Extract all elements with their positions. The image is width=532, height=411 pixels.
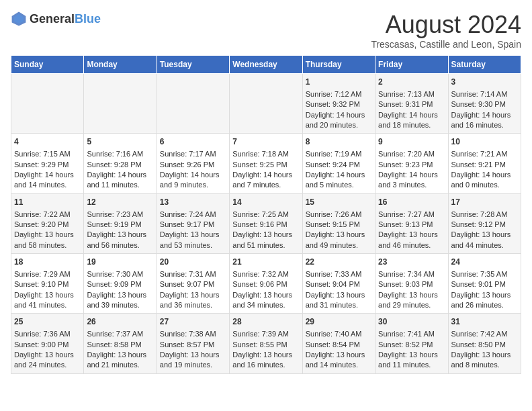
logo-blue: Blue (75, 12, 101, 26)
day-info: Daylight: 13 hours and 41 minutes. (14, 290, 81, 311)
day-info: Sunrise: 7:42 AM (451, 329, 518, 339)
day-info: Sunrise: 7:36 AM (14, 329, 81, 339)
day-info: Daylight: 13 hours and 24 minutes. (14, 350, 81, 371)
calendar-cell: 21Sunrise: 7:32 AMSunset: 9:06 PMDayligh… (230, 254, 302, 314)
day-info: Sunrise: 7:26 AM (306, 210, 372, 220)
day-info: Daylight: 13 hours and 49 minutes. (306, 230, 372, 250)
day-info: Daylight: 14 hours and 5 minutes. (306, 170, 372, 191)
day-info: Sunrise: 7:15 AM (14, 149, 81, 159)
day-info: Sunset: 9:04 PM (306, 279, 372, 289)
calendar-cell: 29Sunrise: 7:40 AMSunset: 8:54 PMDayligh… (302, 314, 375, 373)
day-info: Daylight: 13 hours and 8 minutes. (451, 350, 518, 371)
day-number: 10 (451, 136, 518, 148)
day-number: 14 (232, 197, 299, 208)
day-info: Sunset: 9:29 PM (14, 160, 81, 170)
calendar-cell: 23Sunrise: 7:34 AMSunset: 9:03 PMDayligh… (375, 254, 448, 314)
day-info: Daylight: 13 hours and 56 minutes. (87, 230, 153, 250)
day-info: Daylight: 13 hours and 44 minutes. (451, 230, 518, 250)
day-info: Sunset: 9:15 PM (306, 220, 372, 230)
calendar-title: August 2024 (371, 11, 521, 39)
day-info: Sunset: 9:01 PM (451, 279, 518, 289)
calendar-week-row: 18Sunrise: 7:29 AMSunset: 9:10 PMDayligh… (11, 254, 521, 314)
calendar-cell: 27Sunrise: 7:38 AMSunset: 8:57 PMDayligh… (157, 314, 229, 373)
calendar-cell: 12Sunrise: 7:23 AMSunset: 9:19 PMDayligh… (84, 193, 157, 253)
day-header-friday: Friday (375, 56, 448, 74)
day-info: Daylight: 13 hours and 31 minutes. (306, 290, 372, 311)
day-info: Sunset: 9:28 PM (87, 160, 153, 170)
calendar-cell: 2Sunrise: 7:13 AMSunset: 9:31 PMDaylight… (375, 74, 448, 134)
day-info: Sunrise: 7:37 AM (87, 329, 153, 339)
day-info: Sunset: 8:58 PM (87, 340, 153, 350)
day-number: 2 (378, 77, 445, 88)
calendar-cell: 11Sunrise: 7:22 AMSunset: 9:20 PMDayligh… (11, 193, 84, 253)
day-number: 12 (87, 197, 153, 208)
calendar-week-row: 25Sunrise: 7:36 AMSunset: 9:00 PMDayligh… (11, 314, 521, 373)
day-info: Sunrise: 7:16 AM (87, 149, 153, 159)
day-info: Sunrise: 7:41 AM (378, 329, 445, 339)
day-info: Sunset: 8:57 PM (160, 340, 226, 350)
day-info: Daylight: 13 hours and 36 minutes. (160, 290, 226, 311)
day-info: Sunrise: 7:14 AM (451, 89, 518, 99)
day-info: Sunrise: 7:23 AM (87, 210, 153, 220)
calendar-cell: 13Sunrise: 7:24 AMSunset: 9:17 PMDayligh… (157, 193, 229, 253)
day-info: Sunset: 9:23 PM (378, 160, 445, 170)
day-number: 28 (232, 316, 299, 328)
day-number: 18 (14, 257, 81, 268)
day-info: Sunrise: 7:24 AM (160, 210, 226, 220)
day-info: Sunrise: 7:20 AM (378, 149, 445, 159)
calendar-cell: 18Sunrise: 7:29 AMSunset: 9:10 PMDayligh… (11, 254, 84, 314)
calendar-cell: 14Sunrise: 7:25 AMSunset: 9:16 PMDayligh… (230, 193, 302, 253)
calendar-cell: 5Sunrise: 7:16 AMSunset: 9:28 PMDaylight… (84, 134, 157, 193)
day-info: Sunrise: 7:31 AM (160, 269, 226, 279)
day-info: Daylight: 14 hours and 18 minutes. (378, 110, 445, 131)
day-number: 31 (451, 316, 518, 328)
day-info: Daylight: 13 hours and 29 minutes. (378, 290, 445, 311)
calendar-cell: 28Sunrise: 7:39 AMSunset: 8:55 PMDayligh… (230, 314, 302, 373)
calendar-subtitle: Trescasas, Castille and Leon, Spain (371, 39, 521, 50)
day-info: Sunrise: 7:32 AM (232, 269, 299, 279)
day-number: 4 (14, 136, 81, 148)
calendar-cell: 15Sunrise: 7:26 AMSunset: 9:15 PMDayligh… (302, 193, 375, 253)
calendar-cell: 20Sunrise: 7:31 AMSunset: 9:07 PMDayligh… (157, 254, 229, 314)
calendar-cell: 19Sunrise: 7:30 AMSunset: 9:09 PMDayligh… (84, 254, 157, 314)
day-info: Daylight: 13 hours and 21 minutes. (87, 350, 153, 371)
day-number: 11 (14, 197, 81, 208)
day-number: 24 (451, 257, 518, 268)
day-info: Sunset: 9:31 PM (378, 99, 445, 109)
calendar-week-row: 11Sunrise: 7:22 AMSunset: 9:20 PMDayligh… (11, 193, 521, 253)
calendar-cell: 26Sunrise: 7:37 AMSunset: 8:58 PMDayligh… (84, 314, 157, 373)
day-info: Sunset: 9:10 PM (14, 279, 81, 289)
day-info: Sunrise: 7:29 AM (14, 269, 81, 279)
day-number: 30 (378, 316, 445, 328)
day-info: Sunset: 9:24 PM (306, 160, 372, 170)
day-info: Sunset: 9:03 PM (378, 279, 445, 289)
day-info: Daylight: 13 hours and 19 minutes. (160, 350, 226, 371)
calendar-cell: 4Sunrise: 7:15 AMSunset: 9:29 PMDaylight… (11, 134, 84, 193)
day-header-saturday: Saturday (448, 56, 521, 74)
day-number: 6 (160, 136, 226, 148)
day-info: Daylight: 13 hours and 58 minutes. (14, 230, 81, 250)
day-info: Daylight: 13 hours and 51 minutes. (232, 230, 299, 250)
day-info: Sunrise: 7:35 AM (451, 269, 518, 279)
day-number: 15 (306, 197, 372, 208)
day-info: Daylight: 14 hours and 16 minutes. (451, 110, 518, 131)
day-info: Sunrise: 7:12 AM (306, 89, 372, 99)
day-header-wednesday: Wednesday (230, 56, 302, 74)
day-number: 20 (160, 257, 226, 268)
day-info: Sunrise: 7:21 AM (451, 149, 518, 159)
calendar-cell: 6Sunrise: 7:17 AMSunset: 9:26 PMDaylight… (157, 134, 229, 193)
day-number: 22 (306, 257, 372, 268)
day-number: 27 (160, 316, 226, 328)
day-number: 26 (87, 316, 153, 328)
day-number: 5 (87, 136, 153, 148)
day-info: Daylight: 13 hours and 39 minutes. (87, 290, 153, 311)
day-info: Sunset: 9:06 PM (232, 279, 299, 289)
calendar-week-row: 1Sunrise: 7:12 AMSunset: 9:32 PMDaylight… (11, 74, 521, 134)
calendar-week-row: 4Sunrise: 7:15 AMSunset: 9:29 PMDaylight… (11, 134, 521, 193)
day-number: 7 (232, 136, 299, 148)
day-info: Sunset: 9:12 PM (451, 220, 518, 230)
day-info: Sunset: 9:21 PM (451, 160, 518, 170)
day-info: Sunrise: 7:17 AM (160, 149, 226, 159)
day-info: Sunrise: 7:25 AM (232, 210, 299, 220)
day-info: Sunrise: 7:40 AM (306, 329, 372, 339)
